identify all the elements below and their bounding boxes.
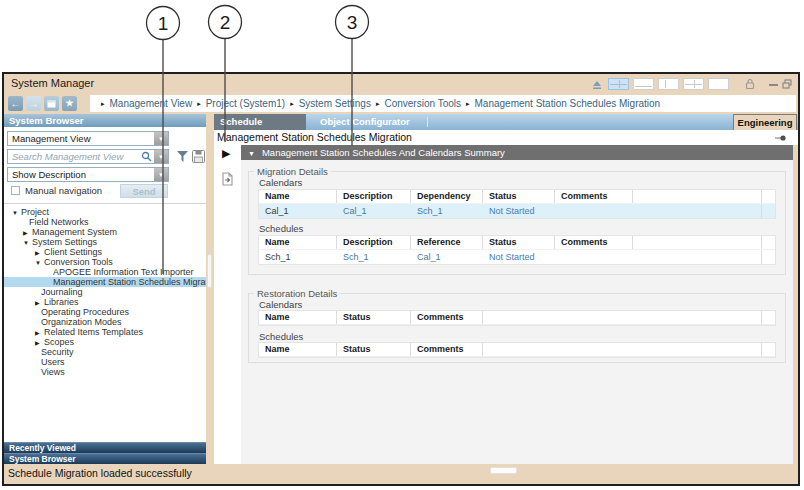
tree-item-label: Management System bbox=[32, 227, 117, 237]
layout-split-left-button[interactable] bbox=[658, 78, 679, 90]
migration-calendars-table: NameDescriptionDependencyStatusCommentsC… bbox=[258, 189, 776, 219]
breadcrumb-separator-icon: ▸ bbox=[466, 100, 470, 107]
cell: Sch_1 bbox=[337, 250, 411, 264]
calendars-label: Calendars bbox=[259, 299, 302, 310]
tree-item-conversion-tools[interactable]: ▼Conversion Tools bbox=[4, 257, 206, 267]
schedules-label: Schedules bbox=[259, 223, 303, 234]
column-header: Dependency bbox=[411, 190, 483, 203]
run-migration-icon[interactable]: ▶ bbox=[222, 147, 230, 160]
layout-four-pane-button[interactable] bbox=[608, 78, 629, 90]
tree-item-field-networks[interactable]: Field Networks bbox=[4, 217, 206, 227]
column-header: Name bbox=[259, 343, 337, 356]
cell-end bbox=[761, 204, 775, 218]
collapse-pane-icon[interactable] bbox=[590, 78, 604, 90]
tab-object-configurator[interactable]: Object Configurator bbox=[306, 114, 426, 130]
tree-item-organization-modes[interactable]: Organization Modes bbox=[4, 317, 206, 327]
panel-splitter[interactable] bbox=[206, 114, 214, 464]
migration-schedules-table: NameDescriptionReferenceStatusCommentsSc… bbox=[258, 235, 776, 265]
minimize-button[interactable] bbox=[769, 82, 778, 86]
breadcrumb-item[interactable]: Project (System1) bbox=[206, 98, 285, 109]
send-button[interactable]: Send bbox=[120, 184, 168, 198]
callout-number-2: 2 bbox=[220, 12, 231, 33]
tree-item-journaling[interactable]: Journaling bbox=[4, 287, 206, 297]
view-selector-dropdown[interactable]: Management View ▼ bbox=[7, 131, 169, 146]
report-document-icon[interactable] bbox=[221, 172, 234, 186]
favorites-star-button[interactable]: ★ bbox=[62, 96, 77, 111]
cell: Cal_1 bbox=[337, 204, 411, 218]
table-row[interactable]: Sch_1Sch_1Cal_1Not Started bbox=[259, 250, 775, 264]
column-header-filler bbox=[483, 311, 761, 324]
action-icon-strip: ▶ bbox=[214, 145, 241, 464]
tree-item-management-system[interactable]: ▶Management System bbox=[4, 227, 206, 237]
main-panel: Schedule Migration Object Configurator E… bbox=[214, 114, 798, 464]
bottom-splitter-grip[interactable] bbox=[490, 467, 517, 474]
breadcrumb-item[interactable]: Management Station Schedules Migration bbox=[475, 98, 661, 109]
cell: Not Started bbox=[483, 250, 555, 264]
tree-item-label: Libraries bbox=[44, 297, 79, 307]
layout-grid-button[interactable] bbox=[683, 78, 704, 90]
tab-schedule-migration[interactable]: Schedule Migration bbox=[214, 114, 306, 130]
forward-button[interactable]: → bbox=[26, 96, 41, 111]
window-title: System Manager bbox=[11, 77, 94, 89]
column-header: Status bbox=[483, 190, 555, 203]
back-button[interactable]: ← bbox=[8, 96, 23, 111]
mode-badge-engineering[interactable]: Engineering bbox=[733, 114, 797, 130]
save-icon[interactable] bbox=[192, 150, 205, 163]
tree-item-label: Users bbox=[41, 357, 65, 367]
search-box[interactable]: ▼ bbox=[7, 149, 169, 164]
search-input[interactable] bbox=[8, 151, 141, 162]
accordion-bar-recently-viewed[interactable]: Recently Viewed bbox=[4, 442, 206, 453]
collapse-arrow-icon[interactable]: ▼ bbox=[248, 150, 255, 157]
breadcrumb-item[interactable]: Management View bbox=[110, 98, 193, 109]
app-window: System Manager bbox=[2, 72, 800, 486]
tree-expander-icon[interactable]: ▼ bbox=[35, 258, 44, 268]
pane-title: Management Station Schedules Migration bbox=[217, 130, 412, 145]
column-header: Name bbox=[259, 311, 337, 324]
tree-expander-icon[interactable]: ▼ bbox=[12, 208, 21, 218]
tree-item-scopes[interactable]: ▶Scopes bbox=[4, 337, 206, 347]
tree-item-client-settings[interactable]: ▶Client Settings bbox=[4, 247, 206, 257]
table-row[interactable]: Cal_1Cal_1Sch_1Not Started bbox=[259, 204, 775, 218]
column-header: Description bbox=[337, 190, 411, 203]
tree-item-operating-procedures[interactable]: Operating Procedures bbox=[4, 307, 206, 317]
tree-expander-icon[interactable]: ▼ bbox=[23, 238, 32, 248]
window-mode-button[interactable] bbox=[44, 96, 59, 111]
manual-navigation-label: Manual navigation bbox=[25, 185, 102, 196]
pin-icon[interactable] bbox=[775, 134, 786, 142]
filter-icon[interactable] bbox=[176, 151, 189, 163]
layout-single-pane-button[interactable] bbox=[708, 78, 729, 90]
column-header: Name bbox=[259, 190, 337, 203]
tree-item-system-settings[interactable]: ▼System Settings bbox=[4, 237, 206, 247]
tree-item-related-items-templates[interactable]: ▶Related Items Templates bbox=[4, 327, 206, 337]
title-bar: System Manager bbox=[4, 74, 798, 94]
chevron-down-icon[interactable]: ▼ bbox=[154, 132, 168, 145]
summary-expander-header[interactable]: ▼Management Station Schedules And Calend… bbox=[241, 145, 793, 160]
cell: Sch_1 bbox=[411, 204, 483, 218]
tree-item-libraries[interactable]: ▶Libraries bbox=[4, 297, 206, 307]
tree-item-project[interactable]: ▼Project bbox=[4, 207, 206, 217]
breadcrumb-item[interactable]: Conversion Tools bbox=[384, 98, 461, 109]
tree-item-management-station-schedules-migration[interactable]: Management Station Schedules Migration bbox=[4, 277, 206, 287]
chevron-down-icon[interactable]: ▼ bbox=[154, 150, 168, 163]
column-header: Reference bbox=[411, 236, 483, 249]
tree-item-label: Client Settings bbox=[44, 247, 102, 257]
restore-button[interactable] bbox=[782, 79, 792, 89]
tree-item-apogee-information-text-importer[interactable]: APOGEE Information Text Importer bbox=[4, 267, 206, 277]
system-browser-header[interactable]: System Browser bbox=[4, 114, 206, 127]
manual-navigation-checkbox[interactable] bbox=[11, 186, 20, 195]
splitter-grip[interactable] bbox=[207, 254, 212, 288]
breadcrumb-item[interactable]: System Settings bbox=[299, 98, 371, 109]
tree-item-security[interactable]: Security bbox=[4, 347, 206, 357]
column-header-filler bbox=[633, 190, 761, 203]
tree-item-label: Scopes bbox=[44, 337, 74, 347]
accordion-bar-system-browser[interactable]: System Browser bbox=[4, 453, 206, 464]
chevron-down-icon[interactable]: ▼ bbox=[154, 168, 168, 181]
layout-split-bottom-button[interactable] bbox=[633, 78, 654, 90]
tree-item-views[interactable]: Views bbox=[4, 367, 206, 377]
tree-item-users[interactable]: Users bbox=[4, 357, 206, 367]
table-header-row: NameDescriptionReferenceStatusComments bbox=[259, 236, 775, 250]
column-header-end bbox=[761, 190, 775, 203]
tree-item-label: Organization Modes bbox=[41, 317, 122, 327]
table-header-row: NameStatusComments bbox=[259, 311, 775, 325]
display-mode-dropdown[interactable]: Show Description ▼ bbox=[7, 167, 169, 182]
